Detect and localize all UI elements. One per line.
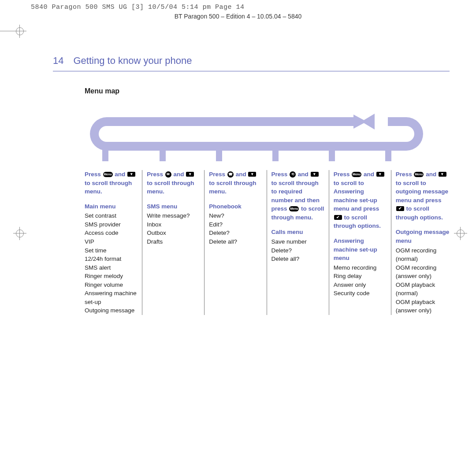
page-number: 14 [53,55,63,67]
menu-item: Edit? [209,220,263,229]
scroll-down-icon [311,172,319,177]
column-menu-name: Phonebook [209,202,263,211]
menu-item: Ringer volume [85,281,138,289]
menu-item: Write message? [147,211,201,220]
svg-rect-6 [385,150,391,161]
calls-button-icon [290,171,296,178]
menu-item: Delete? [209,229,263,237]
menu-item: SMS provider [85,220,138,229]
menu-item: Drafts [147,237,201,246]
menu-item: Delete all? [271,255,325,263]
menu-item: SMS alert [85,263,138,272]
menu-column: Press and to scroll to Answering machine… [329,170,391,315]
column-instruction: Press and to scroll through menu. [85,170,138,196]
column-items: New?Edit?Delete?Delete all? [209,211,263,246]
menu-column: Press and to scroll through menu.SMS men… [142,170,205,315]
menu-column: Press and to scroll through to required … [267,170,329,315]
menu-item: Outbox [147,229,201,237]
menu-item: Set contrast [85,211,138,220]
scroll-down-icon [127,172,135,177]
menu-item: OGM recording (answer only) [396,263,450,281]
menu-loop-arrow [85,108,441,161]
menu-item: OGM playback (answer only) [396,298,450,315]
menu-item: Delete all? [209,237,263,246]
svg-rect-1 [102,150,108,161]
section-title: Menu map [85,87,450,95]
menu-columns: Press and to scroll through menu.Main me… [85,170,450,315]
menu-column: Press and to scroll through menu.Phonebo… [205,170,267,315]
column-items: Memo recordingRing delayAnswer onlySecur… [334,263,387,298]
menu-item: Set time [85,246,138,255]
menu-item: Security code [334,289,387,298]
column-items: OGM recording (normal)OGM recording (ans… [396,246,450,315]
scroll-down-icon [248,172,256,177]
confirm-icon [396,206,404,211]
column-menu-name: Answering machine set-up menu [334,237,387,263]
registration-mark [454,227,467,240]
column-menu-name: Calls menu [271,228,325,237]
sms-button-icon [165,171,171,178]
menu-item: Outgoing message [85,306,138,315]
menu-item: Ring delay [334,272,387,281]
column-items: Save numberDelete?Delete all? [271,237,325,263]
menu-item: Inbox [147,220,201,229]
column-instruction: Press and to scroll through menu. [209,170,263,196]
column-instruction: Press and to scroll through to required … [271,170,325,222]
menu-item: OGM recording (normal) [396,246,450,263]
scroll-down-icon [439,172,446,177]
print-slug: 5840 Paragon 500 SMS UG [3] 10/5/04 5:14… [0,0,476,11]
menu-item: VIP [85,237,138,246]
column-instruction: Press and to scroll to outgoing message … [396,170,450,222]
column-items: Write message?InboxOutboxDrafts [147,211,201,246]
column-instruction: Press and to scroll to Answering machine… [334,170,387,230]
menu-button-icon [103,172,113,177]
phonebook-button-icon [227,171,234,178]
running-header: 14 Getting to know your phone [53,55,450,71]
menu-item: Ringer melody [85,272,138,281]
menu-item: New? [209,211,263,220]
column-menu-name: SMS menu [147,202,201,211]
menu-item: 12/24h format [85,255,138,263]
menu-item: Answering machine set-up [85,289,138,306]
menu-button-icon [352,172,361,177]
svg-rect-2 [160,150,166,161]
menu-item: Save number [271,237,325,246]
scroll-down-icon [376,172,384,177]
column-menu-name: Main menu [85,202,138,211]
page-title: Getting to know your phone [73,55,192,67]
menu-column: Press and to scroll to outgoing message … [391,170,450,315]
menu-item: Delete? [271,246,325,255]
svg-rect-4 [272,150,279,161]
confirm-icon [334,215,342,220]
svg-rect-3 [216,150,222,161]
menu-item: Access code [85,229,138,237]
scroll-down-icon [186,172,194,177]
menu-column: Press and to scroll through menu.Main me… [85,170,142,315]
column-menu-name: Outgoing message menu [396,228,450,245]
registration-mark [13,227,26,240]
svg-rect-5 [329,150,335,161]
edition-line: BT Paragon 500 – Edition 4 – 10.05.04 – … [0,13,476,20]
menu-button-icon [289,206,299,211]
menu-button-icon [414,172,424,177]
menu-item: Answer only [334,281,387,289]
menu-item: OGM playback (normal) [396,281,450,298]
column-items: Set contrastSMS providerAccess codeVIPSe… [85,211,138,315]
menu-item: Memo recording [334,263,387,272]
column-instruction: Press and to scroll through menu. [147,170,201,196]
